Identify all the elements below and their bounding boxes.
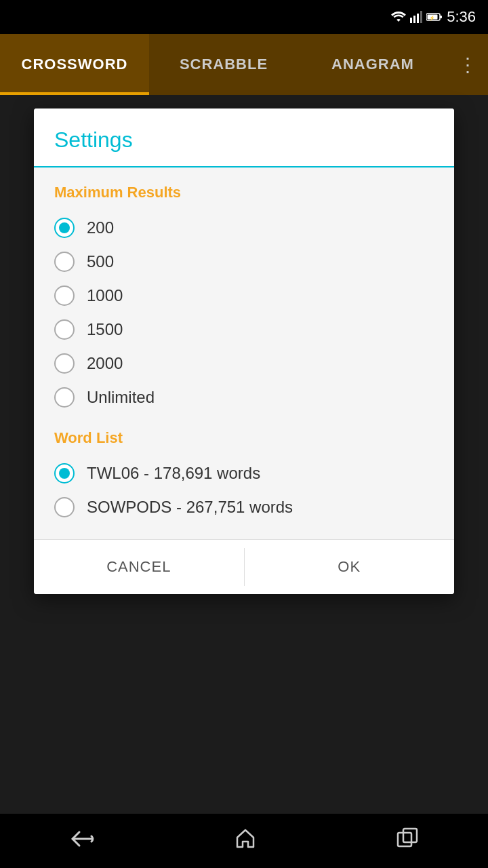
max-results-label: Maximum Results	[54, 184, 434, 201]
status-time: 5:36	[447, 8, 476, 26]
dialog-title: Settings	[54, 127, 434, 153]
radio-2000-circle	[54, 353, 75, 374]
signal-icon	[410, 11, 422, 23]
tab-anagram[interactable]: ANAGRAM	[298, 34, 447, 95]
radio-500-circle	[54, 252, 75, 272]
svg-rect-9	[403, 829, 417, 842]
svg-rect-8	[398, 833, 411, 846]
svg-rect-3	[420, 11, 422, 23]
radio-1500[interactable]: 1500	[54, 314, 434, 345]
battery-icon: ⚡	[426, 12, 443, 22]
radio-unlimited[interactable]: Unlimited	[54, 382, 434, 413]
radio-200-label: 200	[87, 218, 114, 237]
radio-sowpods-circle	[54, 497, 75, 517]
radio-1000[interactable]: 1000	[54, 280, 434, 311]
word-list-label: Word List	[54, 429, 434, 447]
radio-unlimited-label: Unlimited	[87, 388, 155, 407]
radio-500[interactable]: 500	[54, 246, 434, 277]
radio-sowpods-label: SOWPODS - 267,751 words	[87, 498, 293, 517]
radio-2000-label: 2000	[87, 354, 123, 373]
main-content: Settings Maximum Results 200 500	[0, 95, 488, 814]
dialog-title-area: Settings	[34, 108, 454, 167]
cancel-button[interactable]: CANCEL	[34, 540, 244, 594]
word-list-group: TWL06 - 178,691 words SOWPODS - 267,751 …	[54, 458, 434, 523]
bottom-nav	[0, 814, 488, 868]
radio-twl06-circle	[54, 463, 75, 484]
radio-1000-label: 1000	[87, 286, 123, 305]
radio-500-label: 500	[87, 252, 114, 271]
dialog-overlay: Settings Maximum Results 200 500	[0, 95, 488, 814]
radio-200-circle	[54, 218, 75, 238]
svg-rect-1	[413, 16, 415, 23]
dialog-body: Maximum Results 200 500 1000	[34, 167, 454, 540]
radio-200[interactable]: 200	[54, 212, 434, 243]
radio-unlimited-circle	[54, 387, 75, 408]
radio-twl06-label: TWL06 - 178,691 words	[87, 464, 260, 483]
tab-crossword[interactable]: CROSSWORD	[0, 34, 149, 95]
radio-sowpods[interactable]: SOWPODS - 267,751 words	[54, 492, 434, 523]
more-menu-button[interactable]: ⋮	[447, 34, 488, 95]
svg-rect-0	[410, 18, 412, 23]
radio-twl06[interactable]: TWL06 - 178,691 words	[54, 458, 434, 489]
radio-1500-circle	[54, 319, 75, 340]
svg-text:⚡: ⚡	[429, 15, 435, 21]
svg-rect-2	[417, 14, 419, 23]
status-icons: ⚡ 5:36	[391, 8, 476, 26]
tab-scrabble[interactable]: SCRABBLE	[149, 34, 298, 95]
wifi-icon	[391, 11, 406, 23]
radio-2000[interactable]: 2000	[54, 348, 434, 379]
settings-dialog: Settings Maximum Results 200 500	[34, 108, 454, 594]
recents-button[interactable]	[396, 827, 418, 854]
max-results-group: 200 500 1000 1500	[54, 212, 434, 413]
home-button[interactable]	[234, 827, 257, 855]
radio-1500-label: 1500	[87, 320, 123, 339]
radio-1000-circle	[54, 285, 75, 306]
dialog-buttons: CANCEL OK	[34, 540, 454, 594]
ok-button[interactable]: OK	[245, 540, 455, 594]
status-bar: ⚡ 5:36	[0, 0, 488, 34]
svg-rect-5	[440, 16, 442, 18]
back-button[interactable]	[70, 829, 94, 853]
tab-bar: CROSSWORD SCRABBLE ANAGRAM ⋮	[0, 34, 488, 95]
